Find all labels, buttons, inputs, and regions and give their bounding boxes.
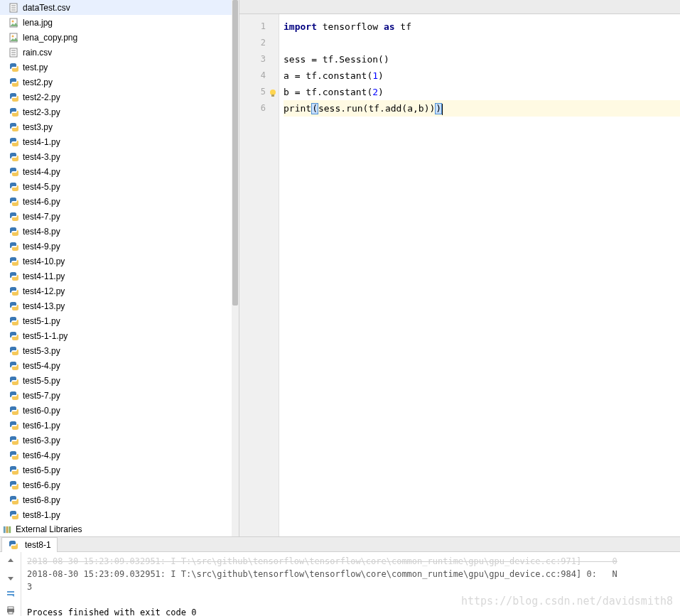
file-tree-item[interactable]: dataTest.csv [0, 0, 232, 15]
csv-file-icon [9, 47, 20, 58]
file-label: test6-5.py [23, 465, 60, 475]
file-label: rain.csv [23, 48, 52, 58]
file-tree-item[interactable]: test4-12.py [0, 283, 232, 298]
code-line[interactable]: a = tf.constant(1) [284, 67, 680, 84]
file-label: lena_copy.png [23, 33, 77, 43]
py-file-icon [9, 301, 20, 312]
project-tree[interactable]: dataTest.csvlena.jpglena_copy.pngrain.cs… [0, 0, 239, 536]
file-label: test2-3.py [23, 107, 60, 117]
py-file-icon [9, 480, 20, 491]
file-tree-item[interactable]: rain.csv [0, 45, 232, 60]
py-file-icon [9, 420, 20, 431]
arrow-up-icon[interactable] [6, 556, 16, 568]
code-editor[interactable]: import tensorflow as tf sess = tf.Sessio… [279, 14, 680, 536]
line-number: 2 [239, 35, 279, 51]
file-tree-item[interactable]: test3.py [0, 119, 232, 134]
file-label: test6-8.py [23, 495, 60, 505]
file-tree-item[interactable]: test8-1.py [0, 507, 232, 522]
file-tree-item[interactable]: test2-3.py [0, 104, 232, 119]
file-tree-item[interactable]: test6-6.py [0, 477, 232, 492]
py-file-icon [9, 226, 20, 237]
cursor-caret [442, 104, 443, 115]
file-tree-item[interactable]: test4-11.py [0, 269, 232, 283]
file-label: test6-0.py [23, 406, 60, 416]
file-tree-item[interactable]: test5-4.py [0, 358, 232, 373]
file-tree-item[interactable]: test6-3.py [0, 433, 232, 448]
py-file-icon [9, 62, 20, 73]
file-tree-item[interactable]: test2.py [0, 75, 232, 90]
file-tree-item[interactable]: lena.jpg [0, 15, 232, 30]
py-file-icon [9, 375, 20, 387]
arrow-down-icon[interactable] [6, 573, 16, 585]
run-tab[interactable]: test8-1 [1, 537, 58, 552]
file-tree-item[interactable]: test6-4.py [0, 448, 232, 463]
file-label: test5-3.py [23, 346, 60, 356]
file-tree-item[interactable]: lena_copy.png [0, 30, 232, 45]
file-tree-item[interactable]: test4-5.py [0, 179, 232, 194]
line-number: 1 [239, 18, 279, 35]
external-libraries-node[interactable]: External Libraries [0, 522, 239, 536]
console-line: 2018-08-30 15:23:09.032951: I T:\src\git… [27, 568, 674, 580]
file-tree-item[interactable]: test4-4.py [0, 164, 232, 179]
file-tree-item[interactable]: test2-2.py [0, 90, 232, 104]
console-line: 2018-08-30 15:23:09.032951: I T:\src\git… [27, 555, 674, 568]
svg-rect-16 [271, 94, 274, 97]
code-line[interactable]: b = tf.constant(2) [284, 84, 680, 100]
file-label: test4-9.py [23, 242, 60, 252]
file-tree-item[interactable]: test5-5.py [0, 373, 232, 388]
file-label: dataTest.csv [23, 3, 70, 13]
print-icon[interactable] [6, 605, 16, 616]
py-file-icon [9, 390, 20, 401]
file-tree-item[interactable]: test6-1.py [0, 418, 232, 433]
code-line[interactable]: import tensorflow as tf [284, 18, 680, 35]
file-label: test4-8.py [23, 227, 60, 237]
file-tree-item[interactable]: test6-8.py [0, 492, 232, 507]
intention-bulb-icon[interactable] [269, 87, 277, 95]
python-icon [8, 539, 19, 551]
soft-wrap-icon[interactable] [6, 589, 16, 601]
file-label: test4-3.py [23, 152, 60, 162]
csv-file-icon [9, 2, 20, 13]
file-tree-item[interactable]: test5-1.py [0, 313, 232, 328]
py-file-icon [9, 166, 20, 178]
py-file-icon [9, 360, 20, 372]
file-tree-item[interactable]: test4-6.py [0, 194, 232, 209]
file-tree-item[interactable]: test4-10.py [0, 254, 232, 269]
console-toolbar [0, 552, 21, 616]
file-label: test4-11.py [23, 271, 65, 281]
file-tree-item[interactable]: test5-1-1.py [0, 328, 232, 343]
file-tree-item[interactable]: test6-0.py [0, 403, 232, 418]
file-label: test4-4.py [23, 167, 60, 177]
py-file-icon [9, 465, 20, 476]
file-tree-item[interactable]: test4-9.py [0, 239, 232, 254]
library-icon [1, 524, 13, 535]
file-tree-item[interactable]: test4-1.py [0, 134, 232, 149]
file-tree-item[interactable]: test4-7.py [0, 209, 232, 224]
line-number: 3 [239, 51, 279, 67]
svg-rect-18 [7, 594, 12, 595]
sidebar-scrollbar[interactable] [232, 0, 239, 536]
svg-point-7 [12, 35, 14, 37]
code-line-current[interactable]: print(sess.run(tf.add(a,b))) [284, 100, 680, 117]
file-tree-item[interactable]: test5-7.py [0, 388, 232, 403]
file-tree-item[interactable]: test.py [0, 60, 232, 75]
svg-rect-12 [3, 526, 5, 532]
scrollbar-thumb[interactable] [232, 0, 238, 306]
code-line[interactable] [284, 35, 680, 51]
file-tree-item[interactable]: test4-8.py [0, 224, 232, 239]
py-file-icon [9, 330, 20, 342]
run-tab-label: test8-1 [25, 540, 51, 550]
file-label: test3.py [23, 122, 53, 132]
py-file-icon [9, 345, 20, 357]
code-line[interactable]: sess = tf.Session() [284, 51, 680, 67]
img-file-icon [9, 17, 20, 28]
file-tree-item[interactable]: test6-5.py [0, 463, 232, 477]
py-file-icon [9, 495, 20, 506]
py-file-icon [9, 271, 20, 282]
svg-point-15 [270, 90, 276, 95]
file-tree-item[interactable]: test5-3.py [0, 343, 232, 358]
file-label: test4-13.py [23, 301, 65, 311]
file-tree-item[interactable]: test4-3.py [0, 149, 232, 164]
file-label: test4-12.py [23, 286, 65, 296]
file-tree-item[interactable]: test4-13.py [0, 298, 232, 313]
